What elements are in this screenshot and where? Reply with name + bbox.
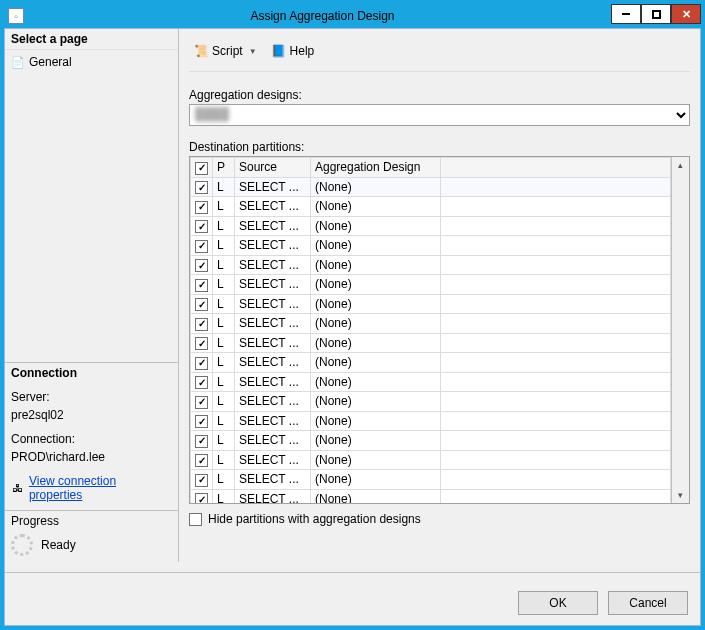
grid-scrollbar[interactable]: ▴ ▾: [671, 157, 689, 503]
aggregation-designs-select[interactable]: [189, 104, 690, 126]
header-checkbox[interactable]: [195, 162, 208, 175]
table-row[interactable]: LSELECT ...(None): [191, 489, 671, 503]
hide-partitions-row: Hide partitions with aggregation designs: [189, 512, 690, 526]
script-button[interactable]: 📜 Script ▼: [189, 41, 261, 61]
row-checkbox[interactable]: [195, 454, 208, 467]
row-checkbox[interactable]: [195, 493, 208, 503]
page-list: 📄 General: [5, 50, 178, 362]
row-checkbox[interactable]: [195, 396, 208, 409]
script-label: Script: [212, 44, 243, 58]
row-checkbox[interactable]: [195, 435, 208, 448]
table-row[interactable]: LSELECT ...(None): [191, 333, 671, 353]
row-checkbox-cell[interactable]: [191, 450, 213, 470]
hide-partitions-checkbox[interactable]: [189, 513, 202, 526]
row-checkbox-cell[interactable]: [191, 177, 213, 197]
row-source: SELECT ...: [235, 294, 311, 314]
dialog-window: ▫ Assign Aggregation Design ✕ Select a p…: [0, 0, 705, 630]
row-p: L: [213, 333, 235, 353]
table-row[interactable]: LSELECT ...(None): [191, 177, 671, 197]
row-checkbox[interactable]: [195, 279, 208, 292]
row-aggregation: (None): [311, 372, 441, 392]
aggregation-designs-dropdown[interactable]: ████: [189, 104, 690, 126]
header-aggregation[interactable]: Aggregation Design: [311, 158, 441, 178]
table-row[interactable]: LSELECT ...(None): [191, 255, 671, 275]
table-row[interactable]: LSELECT ...(None): [191, 372, 671, 392]
table-row[interactable]: LSELECT ...(None): [191, 450, 671, 470]
row-checkbox[interactable]: [195, 337, 208, 350]
scroll-up-button[interactable]: ▴: [672, 157, 689, 173]
row-checkbox-cell[interactable]: [191, 275, 213, 295]
row-checkbox[interactable]: [195, 318, 208, 331]
row-checkbox-cell[interactable]: [191, 236, 213, 256]
scroll-down-button[interactable]: ▾: [672, 487, 689, 503]
help-icon: 📘: [271, 43, 287, 59]
row-checkbox-cell[interactable]: [191, 314, 213, 334]
row-checkbox-cell[interactable]: [191, 197, 213, 217]
page-item-general[interactable]: 📄 General: [11, 53, 172, 71]
row-checkbox-cell[interactable]: [191, 333, 213, 353]
row-checkbox[interactable]: [195, 240, 208, 253]
select-page-header: Select a page: [5, 29, 178, 50]
row-aggregation: (None): [311, 450, 441, 470]
row-checkbox-cell[interactable]: [191, 353, 213, 373]
row-source: SELECT ...: [235, 216, 311, 236]
grid-body: P Source Aggregation Design LSELECT ...(…: [190, 157, 671, 503]
row-aggregation: (None): [311, 216, 441, 236]
maximize-button[interactable]: [641, 4, 671, 24]
row-checkbox-cell[interactable]: [191, 255, 213, 275]
table-row[interactable]: LSELECT ...(None): [191, 314, 671, 334]
minimize-button[interactable]: [611, 4, 641, 24]
table-row[interactable]: LSELECT ...(None): [191, 392, 671, 412]
dialog-button-row: OK Cancel: [5, 583, 700, 625]
table-row[interactable]: LSELECT ...(None): [191, 236, 671, 256]
row-checkbox-cell[interactable]: [191, 294, 213, 314]
ok-button[interactable]: OK: [518, 591, 598, 615]
row-spacer: [441, 294, 671, 314]
row-aggregation: (None): [311, 294, 441, 314]
header-checkbox-cell[interactable]: [191, 158, 213, 178]
table-row[interactable]: LSELECT ...(None): [191, 431, 671, 451]
close-button[interactable]: ✕: [671, 4, 701, 24]
row-checkbox-cell[interactable]: [191, 431, 213, 451]
row-p: L: [213, 294, 235, 314]
table-row[interactable]: LSELECT ...(None): [191, 275, 671, 295]
header-source[interactable]: Source: [235, 158, 311, 178]
help-button[interactable]: 📘 Help: [267, 41, 319, 61]
progress-status: Ready: [41, 538, 76, 552]
table-row[interactable]: LSELECT ...(None): [191, 197, 671, 217]
view-connection-properties-link[interactable]: View connection properties: [29, 474, 172, 502]
row-checkbox-cell[interactable]: [191, 470, 213, 490]
row-p: L: [213, 411, 235, 431]
row-checkbox-cell[interactable]: [191, 489, 213, 503]
table-row[interactable]: LSELECT ...(None): [191, 470, 671, 490]
row-checkbox[interactable]: [195, 474, 208, 487]
row-checkbox-cell[interactable]: [191, 216, 213, 236]
row-checkbox[interactable]: [195, 376, 208, 389]
table-row[interactable]: LSELECT ...(None): [191, 353, 671, 373]
row-checkbox-cell[interactable]: [191, 392, 213, 412]
header-p[interactable]: P: [213, 158, 235, 178]
row-checkbox-cell[interactable]: [191, 372, 213, 392]
row-checkbox[interactable]: [195, 298, 208, 311]
server-label: Server:: [11, 388, 172, 406]
row-spacer: [441, 314, 671, 334]
row-checkbox[interactable]: [195, 220, 208, 233]
row-p: L: [213, 489, 235, 503]
row-p: L: [213, 255, 235, 275]
titlebar: ▫ Assign Aggregation Design ✕: [4, 4, 701, 28]
row-checkbox[interactable]: [195, 357, 208, 370]
table-row[interactable]: LSELECT ...(None): [191, 411, 671, 431]
row-checkbox[interactable]: [195, 415, 208, 428]
aggregation-designs-label: Aggregation designs:: [189, 88, 690, 102]
row-checkbox[interactable]: [195, 201, 208, 214]
row-checkbox-cell[interactable]: [191, 411, 213, 431]
table-row[interactable]: LSELECT ...(None): [191, 216, 671, 236]
toolbar: 📜 Script ▼ 📘 Help: [189, 37, 690, 72]
row-spacer: [441, 255, 671, 275]
table-row[interactable]: LSELECT ...(None): [191, 294, 671, 314]
row-checkbox[interactable]: [195, 259, 208, 272]
cancel-button[interactable]: Cancel: [608, 591, 688, 615]
row-source: SELECT ...: [235, 450, 311, 470]
help-label: Help: [290, 44, 315, 58]
row-checkbox[interactable]: [195, 181, 208, 194]
